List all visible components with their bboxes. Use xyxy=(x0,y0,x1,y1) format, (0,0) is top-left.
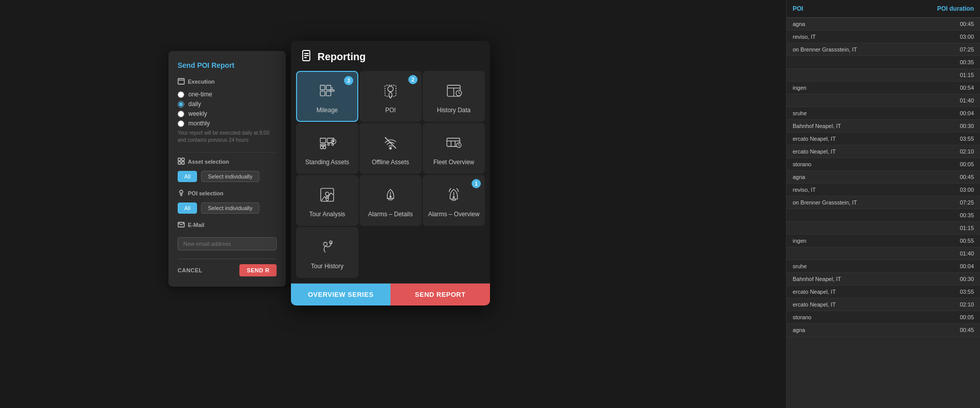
svg-rect-14 xyxy=(321,85,325,90)
svg-rect-45 xyxy=(388,198,392,200)
send-report-button[interactable]: SEND REPORT xyxy=(390,284,490,305)
table-row: agna00:45 xyxy=(787,171,980,184)
svg-line-36 xyxy=(385,137,396,148)
table-row: 01:15 xyxy=(787,222,980,235)
svg-point-47 xyxy=(390,196,391,197)
poi-all-button[interactable]: All xyxy=(178,202,197,214)
table-row: storano00:05 xyxy=(787,158,980,171)
email-label: E-Mail xyxy=(188,222,204,228)
poi-icon xyxy=(178,189,185,197)
execution-note: Your report will be executed daily at 8:… xyxy=(178,130,277,144)
col-header-poi: POI xyxy=(793,5,923,12)
label-tour-history: Tour History xyxy=(311,263,344,270)
svg-point-29 xyxy=(323,146,326,148)
table-row: on Brenner Grassstein, IT07:25 xyxy=(787,196,980,209)
table-row: sruhe00:04 xyxy=(787,260,980,273)
radio-weekly[interactable]: weekly xyxy=(178,110,277,117)
svg-rect-48 xyxy=(452,199,455,200)
badge-poi: 2 xyxy=(408,75,418,84)
svg-text:P: P xyxy=(332,140,334,143)
svg-rect-0 xyxy=(178,79,184,84)
overview-series-button[interactable]: OVERVIEW SERIES xyxy=(291,284,390,305)
table-row: ercato Neapel, IT02:10 xyxy=(787,145,980,158)
table-row: sruhe00:04 xyxy=(787,107,980,120)
table-row: ingen00:54 xyxy=(787,82,980,94)
svg-rect-17 xyxy=(326,91,331,95)
report-item-poi[interactable]: 2 POI xyxy=(359,71,422,122)
icon-tour-analysis xyxy=(318,186,336,207)
radio-daily[interactable]: daily xyxy=(178,100,277,108)
svg-rect-7 xyxy=(182,162,184,164)
radio-monthly[interactable]: monthly xyxy=(178,120,277,127)
table-row: ingen00:55 xyxy=(787,235,980,247)
label-offline-assets: Offline Assets xyxy=(372,159,409,166)
table-row: on Brenner Grassstein, IT07:25 xyxy=(787,43,980,56)
svg-rect-4 xyxy=(178,158,181,161)
send-poi-panel: Send POI Report Execution one-timedailyw… xyxy=(168,51,286,287)
svg-point-28 xyxy=(321,146,323,148)
svg-rect-5 xyxy=(182,158,184,161)
badge-mileage: 3 xyxy=(344,76,353,85)
label-poi: POI xyxy=(385,107,396,114)
reporting-modal: Reporting 3 Mileage 2 POI History Data P… xyxy=(291,41,490,305)
table-row: 01:40 xyxy=(787,247,980,260)
icon-standing-assets: P xyxy=(318,134,336,155)
icon-alarms-details xyxy=(381,186,400,207)
report-item-tour-analysis[interactable]: Tour Analysis xyxy=(296,175,358,226)
svg-rect-21 xyxy=(385,85,396,96)
icon-tour-history xyxy=(318,238,336,259)
table-row: reviso, IT03:00 xyxy=(787,31,980,43)
label-standing-assets: Standing Assets xyxy=(305,159,349,166)
table-row: 00:35 xyxy=(787,209,980,222)
table-row: 01:15 xyxy=(787,69,980,82)
modal-footer: OVERVIEW SERIES SEND REPORT xyxy=(291,283,490,305)
icon-history-data xyxy=(445,82,463,103)
table-row: ercato Neapel, IT03:55 xyxy=(787,133,980,145)
icon-fleet-overview xyxy=(445,134,463,155)
asset-all-button[interactable]: All xyxy=(178,171,197,182)
reporting-title: Reporting xyxy=(317,51,365,63)
table-row: agna00:45 xyxy=(787,324,980,337)
svg-rect-6 xyxy=(178,162,181,164)
report-item-mileage[interactable]: 3 Mileage xyxy=(296,71,358,122)
icon-alarms-overview xyxy=(445,186,463,207)
table-row: ercato Neapel, IT02:10 xyxy=(787,298,980,311)
table-row: reviso, IT03:00 xyxy=(787,184,980,196)
table-row: Bahnhof Neapel, IT00:30 xyxy=(787,273,980,286)
badge-alarms-overview: 1 xyxy=(472,179,481,188)
svg-rect-26 xyxy=(321,138,326,143)
icon-poi xyxy=(381,82,400,103)
asset-select-individually-button[interactable]: Select individually xyxy=(201,171,259,182)
report-item-tour-history[interactable]: Tour History xyxy=(296,227,358,278)
report-item-offline-assets[interactable]: Offline Assets xyxy=(359,123,422,174)
poi-selection-label: POI selection xyxy=(188,190,224,196)
svg-point-31 xyxy=(328,143,330,145)
email-icon xyxy=(178,221,185,229)
send-button[interactable]: SEND R xyxy=(239,264,277,276)
report-item-alarms-overview[interactable]: 1 Alarms – Overview xyxy=(423,175,485,226)
report-item-history-data[interactable]: History Data xyxy=(423,71,485,122)
svg-point-37 xyxy=(389,147,391,149)
label-fleet-overview: Fleet Overview xyxy=(433,159,474,166)
table-row: 00:35 xyxy=(787,56,980,69)
table-row: Bahnhof Neapel, IT00:30 xyxy=(787,120,980,133)
table-row: ercato Neapel, IT03:55 xyxy=(787,286,980,298)
radio-one-time[interactable]: one-time xyxy=(178,91,277,98)
execution-icon xyxy=(178,78,185,86)
asset-selection-label: Asset selection xyxy=(188,159,229,165)
cancel-button[interactable]: CANCEL xyxy=(178,267,203,273)
svg-point-50 xyxy=(453,196,455,198)
col-header-duration: POI duration xyxy=(923,5,974,12)
asset-icon xyxy=(178,158,185,166)
svg-rect-18 xyxy=(330,90,334,91)
report-grid: 3 Mileage 2 POI History Data P Standing … xyxy=(291,71,490,283)
report-item-alarms-details[interactable]: Alarms – Details xyxy=(359,175,422,226)
label-tour-analysis: Tour Analysis xyxy=(309,211,346,218)
report-item-standing-assets[interactable]: P Standing Assets xyxy=(296,123,358,174)
table-row: 01:40 xyxy=(787,94,980,107)
report-item-fleet-overview[interactable]: Fleet Overview xyxy=(423,123,485,174)
background-table: POI POI duration agna00:45reviso, IT03:0… xyxy=(786,0,980,408)
poi-select-individually-button[interactable]: Select individually xyxy=(201,202,259,214)
email-input[interactable] xyxy=(178,237,277,250)
svg-point-43 xyxy=(325,192,329,195)
